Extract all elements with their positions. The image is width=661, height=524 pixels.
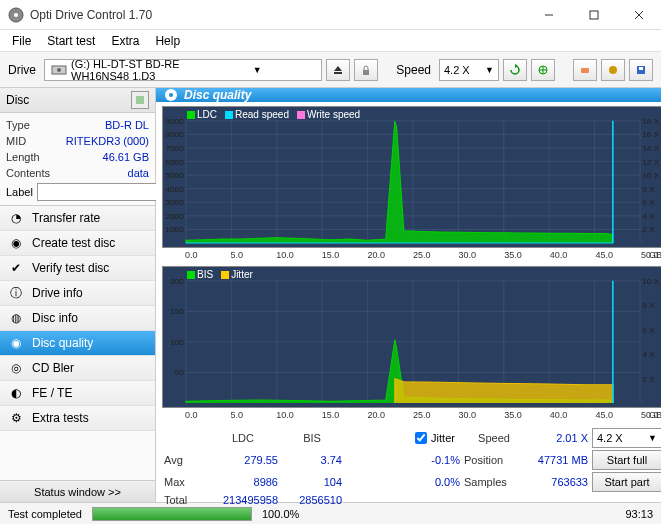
svg-text:6000: 6000 bbox=[165, 158, 184, 167]
content-header: Disc quality bbox=[156, 88, 661, 102]
lock-button[interactable] bbox=[354, 59, 378, 81]
samples-value: 763633 bbox=[528, 476, 588, 488]
content: Disc quality LDC Read speed Write speed … bbox=[156, 88, 661, 502]
disc-info-icon: ◍ bbox=[8, 310, 24, 326]
chart2-x-axis: 0.05.010.015.020.025.030.035.040.045.050… bbox=[162, 410, 661, 424]
close-button[interactable] bbox=[616, 0, 661, 30]
bis-chart: BIS Jitter 501001502002 X4 X6 X8 X10 X bbox=[162, 266, 661, 408]
gauge-icon: ◔ bbox=[8, 210, 24, 226]
minimize-button[interactable] bbox=[526, 0, 571, 30]
maximize-button[interactable] bbox=[571, 0, 616, 30]
svg-rect-9 bbox=[334, 72, 342, 74]
svg-text:12 X: 12 X bbox=[642, 158, 660, 167]
svg-text:50: 50 bbox=[175, 369, 185, 378]
length-value: 46.61 GB bbox=[103, 149, 149, 165]
svg-point-22 bbox=[169, 93, 173, 97]
drive-label: Drive bbox=[8, 63, 36, 77]
ldc-chart: LDC Read speed Write speed 1000200030004… bbox=[162, 106, 661, 248]
svg-text:9000: 9000 bbox=[165, 117, 184, 126]
menubar: File Start test Extra Help bbox=[0, 30, 661, 52]
menu-start-test[interactable]: Start test bbox=[39, 32, 103, 50]
speed-label: Speed bbox=[396, 63, 431, 77]
speed-value: 2.01 X bbox=[528, 432, 588, 444]
total-bis: 2856510 bbox=[282, 494, 342, 506]
speed-value: 4.2 X bbox=[444, 64, 470, 76]
svg-text:100: 100 bbox=[170, 338, 184, 347]
total-label: Total bbox=[164, 494, 204, 506]
disc-header: Disc bbox=[0, 88, 155, 113]
chevron-down-icon: ▼ bbox=[648, 433, 657, 443]
progress-bar bbox=[92, 507, 252, 521]
svg-text:6 X: 6 X bbox=[642, 326, 655, 335]
nav-cd-bler[interactable]: ◎CD Bler bbox=[0, 356, 155, 381]
svg-text:10 X: 10 X bbox=[642, 171, 660, 180]
start-part-button[interactable]: Start part bbox=[592, 472, 661, 492]
stats-panel: LDC BIS Jitter Speed 2.01 X 4.2 X▼ Avg 2… bbox=[156, 426, 661, 510]
col-bis: BIS bbox=[282, 432, 342, 444]
menu-help[interactable]: Help bbox=[147, 32, 188, 50]
col-ldc: LDC bbox=[208, 432, 278, 444]
nav-disc-quality[interactable]: ◉Disc quality bbox=[0, 331, 155, 356]
avg-bis: 3.74 bbox=[282, 454, 342, 466]
nav-transfer-rate[interactable]: ◔Transfer rate bbox=[0, 206, 155, 231]
erase-button[interactable] bbox=[573, 59, 597, 81]
jitter-checkbox[interactable] bbox=[415, 432, 427, 444]
save-button[interactable] bbox=[629, 59, 653, 81]
detect-button[interactable] bbox=[531, 59, 555, 81]
svg-marker-8 bbox=[334, 66, 342, 71]
drive-text: (G:) HL-DT-ST BD-RE WH16NS48 1.D3 bbox=[71, 58, 195, 82]
chart1-legend: LDC Read speed Write speed bbox=[187, 109, 360, 120]
svg-text:1000: 1000 bbox=[165, 226, 184, 235]
svg-rect-18 bbox=[639, 67, 643, 70]
disc-info: TypeBD-R DL MIDRITEKDR3 (000) Length46.6… bbox=[0, 113, 155, 205]
nav-extra-tests[interactable]: ⚙Extra tests bbox=[0, 406, 155, 431]
status-window-button[interactable]: Status window >> bbox=[0, 480, 155, 502]
samples-label: Samples bbox=[464, 476, 524, 488]
nav-fe-te[interactable]: ◐FE / TE bbox=[0, 381, 155, 406]
nav-create-test-disc[interactable]: ◉Create test disc bbox=[0, 231, 155, 256]
status-message: Test completed bbox=[8, 508, 82, 520]
mid-value: RITEKDR3 (000) bbox=[66, 133, 149, 149]
eject-button[interactable] bbox=[326, 59, 350, 81]
svg-text:4000: 4000 bbox=[165, 185, 184, 194]
check-icon: ✔ bbox=[8, 260, 24, 276]
svg-point-7 bbox=[57, 68, 61, 72]
refresh-button[interactable] bbox=[503, 59, 527, 81]
max-bis: 104 bbox=[282, 476, 342, 488]
svg-rect-19 bbox=[136, 96, 144, 104]
avg-ldc: 279.55 bbox=[208, 454, 278, 466]
svg-text:8 X: 8 X bbox=[642, 185, 655, 194]
info-icon: ⓘ bbox=[8, 285, 24, 301]
chart2-legend: BIS Jitter bbox=[187, 269, 253, 280]
quality-icon: ◉ bbox=[8, 335, 24, 351]
start-full-button[interactable]: Start full bbox=[592, 450, 661, 470]
speed-selector[interactable]: 4.2 X ▼ bbox=[439, 59, 499, 81]
svg-text:8000: 8000 bbox=[165, 131, 184, 140]
menu-extra[interactable]: Extra bbox=[103, 32, 147, 50]
window-title: Opti Drive Control 1.70 bbox=[30, 8, 526, 22]
svg-text:8 X: 8 X bbox=[642, 301, 655, 310]
svg-text:2000: 2000 bbox=[165, 212, 184, 221]
drive-selector[interactable]: (G:) HL-DT-ST BD-RE WH16NS48 1.D3 ▼ bbox=[44, 59, 322, 81]
svg-text:7000: 7000 bbox=[165, 144, 184, 153]
svg-text:16 X: 16 X bbox=[642, 131, 660, 140]
max-ldc: 8986 bbox=[208, 476, 278, 488]
nav-drive-info[interactable]: ⓘDrive info bbox=[0, 281, 155, 306]
sidebar: Disc TypeBD-R DL MIDRITEKDR3 (000) Lengt… bbox=[0, 88, 156, 502]
app-icon bbox=[8, 7, 24, 23]
menu-file[interactable]: File bbox=[4, 32, 39, 50]
nav-disc-info[interactable]: ◍Disc info bbox=[0, 306, 155, 331]
speed-combo[interactable]: 4.2 X▼ bbox=[592, 428, 661, 448]
svg-text:4 X: 4 X bbox=[642, 350, 655, 359]
disc-config-button[interactable] bbox=[131, 91, 149, 109]
titlebar: Opti Drive Control 1.70 bbox=[0, 0, 661, 30]
chevron-down-icon: ▼ bbox=[485, 65, 494, 75]
svg-text:5000: 5000 bbox=[165, 171, 184, 180]
disc-icon: ◉ bbox=[8, 235, 24, 251]
svg-text:4 X: 4 X bbox=[642, 212, 655, 221]
chevron-down-icon: ▼ bbox=[195, 65, 319, 75]
nav-verify-test-disc[interactable]: ✔Verify test disc bbox=[0, 256, 155, 281]
svg-text:200: 200 bbox=[170, 277, 184, 286]
tools-button[interactable] bbox=[601, 59, 625, 81]
nav-list: ◔Transfer rate ◉Create test disc ✔Verify… bbox=[0, 206, 155, 431]
